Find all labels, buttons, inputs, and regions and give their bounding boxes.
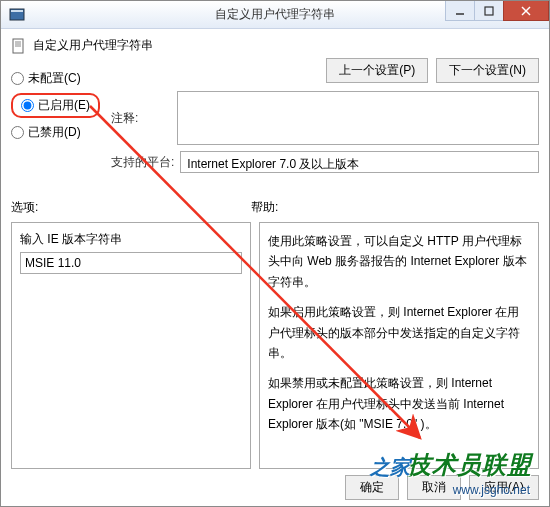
watermark-main: 技术员联盟 <box>407 449 532 481</box>
help-panel: 使用此策略设置，可以自定义 HTTP 用户代理标头中向 Web 服务器报告的 I… <box>259 222 539 469</box>
window-title: 自定义用户代理字符串 <box>215 6 335 23</box>
comment-label: 注释: <box>111 110 171 127</box>
next-setting-button[interactable]: 下一个设置(N) <box>436 58 539 83</box>
watermark-url: www.jsgho.net <box>453 483 530 497</box>
dialog-window: 自定义用户代理字符串 自定义用户代理字符串 未配置(C) <box>0 0 550 507</box>
watermark-blue: 之家 <box>370 454 410 481</box>
option-input-label: 输入 IE 版本字符串 <box>20 231 242 248</box>
radio-disabled[interactable] <box>11 126 24 139</box>
app-icon <box>9 7 25 23</box>
platform-value: Internet Explorer 7.0 及以上版本 <box>180 151 539 173</box>
radio-enabled-highlight: 已启用(E) <box>11 93 100 118</box>
comment-textarea[interactable] <box>177 91 539 145</box>
options-panel: 输入 IE 版本字符串 <box>11 222 251 469</box>
svg-rect-3 <box>485 7 493 15</box>
help-paragraph-2: 如果启用此策略设置，则 Internet Explorer 在用户代理标头的版本… <box>268 302 530 363</box>
maximize-button[interactable] <box>474 1 504 21</box>
titlebar: 自定义用户代理字符串 <box>1 1 549 29</box>
help-section-label: 帮助: <box>251 199 278 216</box>
radio-enabled[interactable] <box>21 99 34 112</box>
radio-not-configured-label: 未配置(C) <box>28 70 81 87</box>
radio-disabled-label: 已禁用(D) <box>28 124 81 141</box>
prev-setting-button[interactable]: 上一个设置(P) <box>326 58 428 83</box>
svg-rect-1 <box>11 10 23 12</box>
page-heading: 自定义用户代理字符串 <box>33 37 153 54</box>
options-section-label: 选项: <box>11 199 251 216</box>
platform-label: 支持的平台: <box>111 154 174 171</box>
minimize-button[interactable] <box>445 1 475 21</box>
help-paragraph-3: 如果禁用或未配置此策略设置，则 Internet Explorer 在用户代理标… <box>268 373 530 434</box>
ie-version-input[interactable] <box>20 252 242 274</box>
radio-enabled-label: 已启用(E) <box>38 97 90 114</box>
help-paragraph-1: 使用此策略设置，可以自定义 HTTP 用户代理标头中向 Web 服务器报告的 I… <box>268 231 530 292</box>
radio-not-configured[interactable] <box>11 72 24 85</box>
page-icon <box>11 38 27 54</box>
close-button[interactable] <box>503 1 549 21</box>
